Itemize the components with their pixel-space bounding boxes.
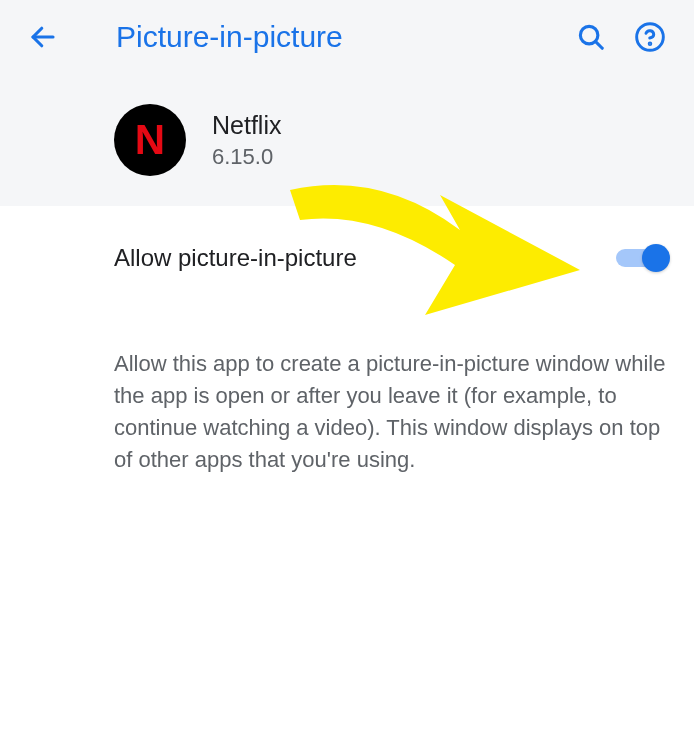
app-icon: N — [114, 104, 186, 176]
app-version: 6.15.0 — [212, 144, 281, 170]
toolbar: Picture-in-picture — [0, 0, 694, 74]
app-name: Netflix — [212, 111, 281, 140]
help-icon[interactable] — [634, 21, 666, 53]
toggle-thumb — [642, 244, 670, 272]
setting-description: Allow this app to create a picture-in-pi… — [0, 292, 694, 496]
search-icon[interactable] — [576, 22, 606, 52]
setting-row: Allow picture-in-picture — [0, 206, 694, 292]
svg-line-2 — [595, 41, 602, 48]
page-title: Picture-in-picture — [116, 20, 556, 54]
app-info: Netflix 6.15.0 — [212, 111, 281, 170]
setting-label: Allow picture-in-picture — [114, 244, 357, 272]
app-icon-letter: N — [135, 116, 165, 164]
action-icons — [576, 21, 666, 53]
back-arrow-icon[interactable] — [28, 22, 58, 52]
pip-toggle[interactable] — [616, 248, 666, 268]
app-info-row: N Netflix 6.15.0 — [0, 74, 694, 176]
svg-point-4 — [649, 43, 651, 45]
header-section: Picture-in-picture N Netflix 6. — [0, 0, 694, 206]
